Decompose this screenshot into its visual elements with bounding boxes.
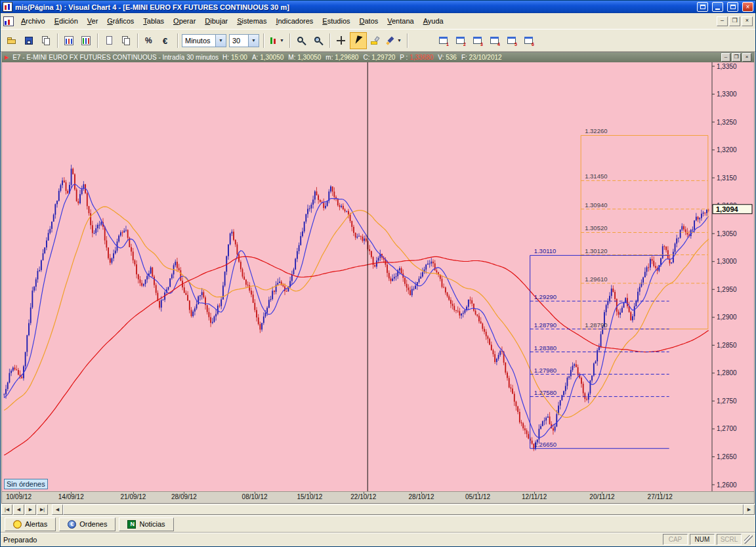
euro-icon <box>161 35 171 46</box>
bar-chart-alt-icon <box>81 35 91 46</box>
menu-item-ventana[interactable]: Ventana <box>383 15 418 27</box>
minimize-button[interactable] <box>712 2 723 12</box>
nav-next-button[interactable]: ▶ <box>25 504 36 515</box>
chart-field-value: 23/10/2012 <box>469 54 502 61</box>
tab-noticias[interactable]: Noticias <box>119 517 173 531</box>
nav-last-button[interactable]: ▶| <box>37 504 48 515</box>
chart-field-label: C: <box>363 54 369 61</box>
horizontal-scrollbar[interactable]: ◀ ▶ <box>52 504 755 515</box>
x-axis-date: 08/10/12 <box>242 493 268 500</box>
chart-field-value: 1,30050 <box>260 54 284 61</box>
mdi-minimize-button[interactable]: – <box>717 16 728 26</box>
svg-text:1,2950: 1,2950 <box>717 286 737 293</box>
candle-chart-button[interactable]: ▼ <box>266 32 287 49</box>
menu-item-indicadores[interactable]: Indicadores <box>271 15 318 27</box>
svg-text:1.32260: 1.32260 <box>585 127 607 134</box>
menu-item-dibujar[interactable]: Dibujar <box>200 15 232 27</box>
zoom-in-button[interactable] <box>310 32 327 49</box>
open-button[interactable] <box>3 32 20 49</box>
window-title: mis(Página 1) : Visual Chart 4 - [E-MINI… <box>15 3 693 11</box>
close-button[interactable]: × <box>742 2 753 12</box>
tab-ordenes[interactable]: Ordenes <box>59 517 116 531</box>
svg-text:1,3000: 1,3000 <box>717 258 737 265</box>
restore-button[interactable] <box>727 2 738 12</box>
menu-item-operar[interactable]: Operar <box>169 15 200 27</box>
crosshair-button[interactable] <box>333 32 350 49</box>
svg-text:1,2750: 1,2750 <box>717 397 737 405</box>
svg-text:1.27580: 1.27580 <box>534 389 556 396</box>
cursor-button[interactable] <box>350 32 367 49</box>
bar-chart-alt-button[interactable] <box>77 32 94 49</box>
menu-item-ayuda[interactable]: Ayuda <box>419 15 448 27</box>
scroll-left-arrow[interactable]: ◀ <box>52 504 63 515</box>
dropdown-arrow-icon[interactable]: ▼ <box>396 33 403 48</box>
nav-prev-button[interactable]: ◀ <box>13 504 24 515</box>
highlighter-button[interactable] <box>367 32 384 49</box>
link-window-4-icon: 4 <box>490 35 500 46</box>
mdi-close-button[interactable]: × <box>742 16 753 26</box>
pen-button[interactable]: ▼ <box>384 32 404 49</box>
tab-label: Noticias <box>139 520 165 528</box>
chart-document-icon[interactable] <box>3 16 14 26</box>
link-window-2-icon: 2 <box>455 35 466 46</box>
link-window-6-button[interactable]: 6 <box>520 32 537 49</box>
pages-button[interactable] <box>117 32 135 49</box>
menu-item-datos[interactable]: Datos <box>355 15 383 27</box>
x-axis-date: 21/09/12 <box>121 493 146 500</box>
svg-text:1,3094: 1,3094 <box>716 205 739 213</box>
period-select-dropdown-arrow-icon[interactable]: ▼ <box>248 35 259 47</box>
svg-text:1.30120: 1.30120 <box>585 247 607 254</box>
tab-alertas[interactable]: Alertas <box>5 517 56 531</box>
scroll-right-arrow[interactable]: ▶ <box>744 504 755 515</box>
x-axis-date: 28/09/12 <box>171 493 197 500</box>
svg-text:1,3350: 1,3350 <box>717 63 737 70</box>
resize-grip[interactable] <box>744 535 753 544</box>
period-select[interactable]: 30▼ <box>229 34 259 47</box>
window-extra-button[interactable] <box>697 2 708 12</box>
timeframe-select[interactable]: Minutos▼ <box>182 34 226 47</box>
mdi-restore-button[interactable]: ❒ <box>729 16 740 26</box>
link-window-3-button[interactable]: 3 <box>469 32 486 49</box>
menu-item-estudios[interactable]: Estudios <box>318 15 354 27</box>
chart-window-controls: – ❒ × <box>721 53 751 62</box>
chart-nav-row: |◀◀▶▶| ◀ ▶ <box>1 504 755 516</box>
chart-minimize-button[interactable]: – <box>721 53 730 62</box>
new-page-button[interactable] <box>100 32 117 49</box>
nav-first-button[interactable]: |◀ <box>1 504 12 515</box>
tab-label: Alertas <box>25 520 47 528</box>
zoom-out-icon <box>296 35 306 46</box>
status-indicators: CAPNUMSCRL <box>661 534 742 545</box>
highlighter-icon <box>370 35 381 46</box>
chart-restore-button[interactable]: ❒ <box>732 53 741 62</box>
link-window-1-button[interactable]: 1 <box>435 32 452 49</box>
x-axis-date: 27/11/12 <box>648 493 673 500</box>
chart-nav-buttons: |◀◀▶▶| <box>1 504 48 515</box>
x-axis-date: 14/09/12 <box>58 493 84 500</box>
toolbar-separator <box>289 33 290 48</box>
svg-text:1,3150: 1,3150 <box>717 174 737 182</box>
menu-item-tablas[interactable]: Tablas <box>138 15 169 27</box>
dropdown-arrow-icon[interactable]: ▼ <box>278 33 285 48</box>
timeframe-select-dropdown-arrow-icon[interactable]: ▼ <box>215 35 226 47</box>
x-axis-date: 20/11/12 <box>589 493 614 500</box>
zoom-out-button[interactable] <box>293 32 310 49</box>
bar-chart-button[interactable] <box>60 32 77 49</box>
menu-item-edicion[interactable]: Edición <box>50 15 83 27</box>
news-icon <box>127 520 136 529</box>
chart-canvas[interactable]: 1.322601.314501.309401.305201.301201.296… <box>2 62 754 491</box>
copy-button[interactable] <box>37 32 54 49</box>
percent-button[interactable] <box>140 32 158 49</box>
menu-item-archivo[interactable]: Archivo <box>16 15 50 27</box>
menu-item-graficos[interactable]: Gráficos <box>102 15 138 27</box>
link-window-5-button[interactable]: 5 <box>503 32 520 49</box>
chart-close-button[interactable]: × <box>742 53 751 62</box>
menu-item-sistemas[interactable]: Sistemas <box>232 15 271 27</box>
link-window-2-button[interactable]: 2 <box>452 32 469 49</box>
link-window-4-button[interactable]: 4 <box>486 32 503 49</box>
menu-item-ver[interactable]: Ver <box>83 15 103 27</box>
save-button[interactable] <box>20 32 37 49</box>
scrollbar-thumb[interactable] <box>63 504 744 515</box>
euro-button[interactable] <box>158 32 175 49</box>
chart-header-fields: H: 15:00A: 1,30050M: 1,30050m: 1,29680C:… <box>222 54 502 61</box>
chart-field-label: m: <box>326 54 333 61</box>
